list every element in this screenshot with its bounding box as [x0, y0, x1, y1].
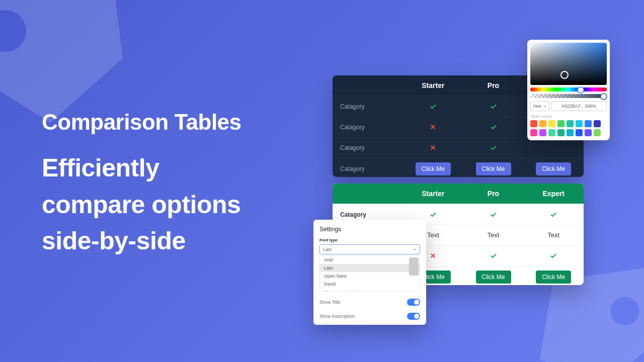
- column-header: Pro: [463, 81, 524, 89]
- color-swatch[interactable]: [594, 129, 601, 136]
- svg-point-1: [610, 297, 639, 325]
- color-mode-select[interactable]: Hex: [530, 101, 549, 111]
- color-swatch[interactable]: [557, 120, 565, 127]
- table-cta-row: Catagory Click Me Click Me Click Me: [333, 158, 584, 177]
- check-icon: [550, 211, 557, 218]
- alpha-knob[interactable]: [600, 93, 607, 100]
- show-title-toggle[interactable]: [407, 299, 420, 306]
- color-swatch[interactable]: [567, 129, 574, 136]
- font-options-dropdown[interactable]: Ariel Lato Open Sans David Ut non varius…: [319, 255, 420, 292]
- column-header: Starter: [403, 81, 463, 89]
- color-swatch[interactable]: [576, 129, 583, 136]
- color-gradient[interactable]: [530, 43, 607, 85]
- color-swatch[interactable]: [530, 120, 537, 127]
- check-icon: [490, 103, 497, 110]
- hue-knob[interactable]: [577, 86, 584, 94]
- color-swatches: [530, 120, 607, 136]
- font-option[interactable]: Ariel: [320, 256, 420, 264]
- check-icon: [430, 211, 437, 218]
- color-swatch[interactable]: [548, 120, 555, 127]
- chevron-down-icon: [413, 247, 417, 251]
- hue-slider[interactable]: [530, 87, 607, 92]
- show-description-toggle[interactable]: [407, 313, 420, 320]
- check-icon: [550, 252, 557, 259]
- alpha-slider[interactable]: [530, 94, 607, 98]
- plan-cta-button[interactable]: Click Me: [416, 162, 451, 175]
- font-option[interactable]: Lato: [320, 264, 420, 272]
- font-type-label: Font type: [319, 238, 420, 242]
- color-swatch[interactable]: [548, 129, 555, 136]
- scrollbar-thumb[interactable]: [409, 257, 419, 276]
- color-value-input[interactable]: #322BA7|100%: [551, 101, 607, 111]
- hero: Comparison Tables Efficiently compare op…: [42, 110, 242, 259]
- plan-cta-button[interactable]: Click Me: [536, 162, 571, 175]
- more-colors-label: More colors: [531, 114, 607, 119]
- color-swatch[interactable]: [585, 129, 592, 136]
- color-swatch[interactable]: [557, 129, 565, 136]
- font-type-select[interactable]: Lato: [319, 244, 420, 254]
- color-selection-ring[interactable]: [560, 71, 569, 79]
- column-header: Starter: [403, 190, 463, 198]
- table-header-row: Starter Pro Expert: [333, 184, 584, 204]
- check-icon: [490, 144, 497, 151]
- toggle-label: Show Description: [319, 314, 355, 319]
- plan-cta-button[interactable]: Click Me: [476, 162, 511, 175]
- color-swatch[interactable]: [594, 120, 601, 127]
- cross-icon: [430, 252, 437, 259]
- check-icon: [490, 211, 497, 218]
- column-header: Expert: [523, 190, 584, 198]
- settings-panel: Settings Font type Lato Ariel Lato Open …: [313, 220, 426, 325]
- color-swatch[interactable]: [539, 129, 546, 136]
- check-icon: [430, 103, 437, 110]
- font-option[interactable]: Ut non varius nisi urna.: [320, 288, 420, 292]
- hero-subtitle: Efficiently compare options side-by-side: [42, 150, 242, 259]
- toggle-label: Show Title: [319, 300, 341, 305]
- hero-title: Comparison Tables: [42, 110, 242, 135]
- color-swatch[interactable]: [539, 120, 546, 127]
- color-picker: Hex #322BA7|100% More colors: [527, 40, 610, 140]
- color-swatch[interactable]: [576, 120, 583, 127]
- color-swatch[interactable]: [567, 120, 574, 127]
- font-option[interactable]: Open Sans: [320, 272, 420, 280]
- check-icon: [490, 252, 497, 259]
- check-icon: [490, 124, 497, 131]
- plan-cta-button[interactable]: Click Me: [476, 270, 511, 284]
- settings-title: Settings: [319, 226, 420, 233]
- cross-icon: [430, 124, 437, 131]
- color-swatch[interactable]: [585, 120, 592, 127]
- plan-cta-button[interactable]: Click Me: [536, 270, 571, 284]
- font-option[interactable]: David: [320, 280, 420, 288]
- column-header: Pro: [463, 190, 524, 198]
- cross-icon: [430, 144, 437, 151]
- color-swatch[interactable]: [530, 129, 537, 136]
- table-row: Catagory: [333, 137, 584, 158]
